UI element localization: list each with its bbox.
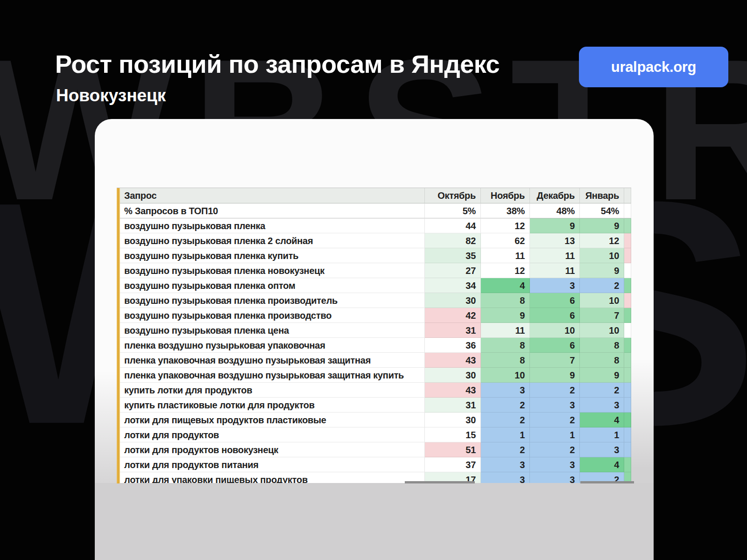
edge-cell bbox=[624, 413, 631, 427]
query-cell: лотки для продуктов bbox=[120, 427, 425, 442]
value-cell: 3 bbox=[481, 383, 530, 398]
value-cell: 8 bbox=[481, 353, 530, 368]
page-subtitle: Новокузнецк bbox=[56, 86, 166, 105]
value-cell: 7 bbox=[530, 353, 580, 368]
value-cell: 30 bbox=[425, 368, 481, 383]
value-cell: 42 bbox=[425, 308, 481, 323]
value-cell: 27 bbox=[425, 263, 481, 278]
value-cell: 9 bbox=[530, 218, 580, 233]
value-cell: 2 bbox=[481, 413, 530, 427]
table-row: % Запросов в ТОП105%38%48%54% bbox=[120, 203, 631, 218]
value-cell: 15 bbox=[425, 427, 481, 442]
value-cell: 4 bbox=[580, 457, 624, 472]
table-row: воздушно пузырьковая пленка 2 слойная826… bbox=[120, 233, 631, 248]
value-cell: 3 bbox=[530, 398, 580, 413]
edge-cell bbox=[624, 248, 631, 263]
query-cell: воздушно пузырьковая пленка bbox=[120, 218, 425, 233]
table-row: воздушно пузырьковая пленка купить351111… bbox=[120, 248, 631, 263]
edge-cell bbox=[624, 338, 631, 353]
table-row: пленка воздушно пузырьковая упаковочная3… bbox=[120, 338, 631, 353]
value-cell: 11 bbox=[530, 263, 580, 278]
table-grid: ЗапросОктябрьНоябрьДекабрьЯнварь% Запрос… bbox=[120, 188, 631, 483]
value-cell: 3 bbox=[580, 442, 624, 457]
value-cell: 37 bbox=[425, 457, 481, 472]
value-cell: 3 bbox=[580, 398, 624, 413]
query-cell: лотки для продуктов питания bbox=[120, 457, 425, 472]
value-cell: 30 bbox=[425, 293, 481, 308]
query-cell: пленка воздушно пузырьковая упаковочная bbox=[120, 338, 425, 353]
edge-cell bbox=[624, 442, 631, 457]
query-cell: воздушно пузырьковая пленка производство bbox=[120, 308, 425, 323]
value-cell: 3 bbox=[481, 472, 530, 483]
value-cell: 2 bbox=[481, 398, 530, 413]
value-cell: 1 bbox=[481, 427, 530, 442]
value-cell: 5% bbox=[425, 203, 481, 218]
query-cell: купить лотки для продуктов bbox=[120, 383, 425, 398]
table-row: воздушно пузырьковая пленка производител… bbox=[120, 293, 631, 308]
edge-cell bbox=[624, 323, 631, 338]
partial-cell-border bbox=[405, 481, 475, 483]
query-cell: пленка упаковочная воздушно пузырьковая … bbox=[120, 368, 425, 383]
value-cell: 62 bbox=[481, 233, 530, 248]
value-cell: 35 bbox=[425, 248, 481, 263]
value-cell: 12 bbox=[481, 263, 530, 278]
edge-cell bbox=[624, 368, 631, 383]
table-row: лотки для продуктов новокузнецк51223 bbox=[120, 442, 631, 457]
table-row: лотки для пищевых продуктов пластиковые3… bbox=[120, 413, 631, 427]
query-cell: пленка упаковочная воздушно пузырьковая … bbox=[120, 353, 425, 368]
value-cell: 36 bbox=[425, 338, 481, 353]
value-cell: 30 bbox=[425, 413, 481, 427]
value-cell: 43 bbox=[425, 383, 481, 398]
value-cell: 31 bbox=[425, 398, 481, 413]
table-row: воздушно пузырьковая пленка оптом34432 bbox=[120, 278, 631, 293]
value-cell: 3 bbox=[481, 457, 530, 472]
query-cell: воздушно пузырьковая пленка купить bbox=[120, 248, 425, 263]
value-cell: 11 bbox=[481, 248, 530, 263]
edge-cell bbox=[624, 218, 631, 233]
query-cell: воздушно пузырьковая пленка новокузнецк bbox=[120, 263, 425, 278]
value-cell: 44 bbox=[425, 218, 481, 233]
value-cell: 8 bbox=[580, 338, 624, 353]
query-cell: лотки для упаковки пищевых продуктов bbox=[120, 472, 425, 483]
value-cell: 2 bbox=[530, 413, 580, 427]
query-cell: воздушно пузырьковая пленка цена bbox=[120, 323, 425, 338]
value-cell: 10 bbox=[481, 368, 530, 383]
site-badge[interactable]: uralpack.org bbox=[579, 47, 728, 87]
query-cell: % Запросов в ТОП10 bbox=[120, 203, 425, 218]
edge-cell bbox=[624, 383, 631, 398]
value-cell: 4 bbox=[481, 278, 530, 293]
edge-cell bbox=[624, 278, 631, 293]
value-cell: 9 bbox=[481, 308, 530, 323]
value-cell: 4 bbox=[580, 413, 624, 427]
value-cell: 8 bbox=[580, 353, 624, 368]
table-row: пленка упаковочная воздушно пузырьковая … bbox=[120, 353, 631, 368]
query-cell: воздушно пузырьковая пленка 2 слойная bbox=[120, 233, 425, 248]
column-header-query: Запрос bbox=[120, 188, 425, 203]
edge-cell bbox=[624, 427, 631, 442]
row-selection-strip bbox=[117, 188, 120, 483]
value-cell: 2 bbox=[530, 383, 580, 398]
value-cell: 10 bbox=[530, 323, 580, 338]
value-cell: 12 bbox=[580, 233, 624, 248]
table-row: лотки для продуктов15111 bbox=[120, 427, 631, 442]
table-row: воздушно пузырьковая пленка441299 bbox=[120, 218, 631, 233]
value-cell: 8 bbox=[481, 293, 530, 308]
edge-cell bbox=[624, 308, 631, 323]
value-cell: 51 bbox=[425, 442, 481, 457]
value-cell: 38% bbox=[481, 203, 530, 218]
edge-cell bbox=[624, 233, 631, 248]
value-cell: 6 bbox=[530, 338, 580, 353]
value-cell: 12 bbox=[481, 218, 530, 233]
table-row: пленка упаковочная воздушно пузырьковая … bbox=[120, 368, 631, 383]
value-cell: 3 bbox=[530, 457, 580, 472]
edge-cell bbox=[624, 398, 631, 413]
table-row: воздушно пузырьковая пленка новокузнецк2… bbox=[120, 263, 631, 278]
value-cell: 34 bbox=[425, 278, 481, 293]
value-cell: 1 bbox=[580, 427, 624, 442]
spreadsheet-gray-area bbox=[95, 483, 654, 560]
value-cell: 2 bbox=[530, 442, 580, 457]
card-right-margin bbox=[631, 188, 654, 483]
query-cell: лотки для продуктов новокузнецк bbox=[120, 442, 425, 457]
edge-cell bbox=[624, 293, 631, 308]
value-cell: 48% bbox=[530, 203, 580, 218]
